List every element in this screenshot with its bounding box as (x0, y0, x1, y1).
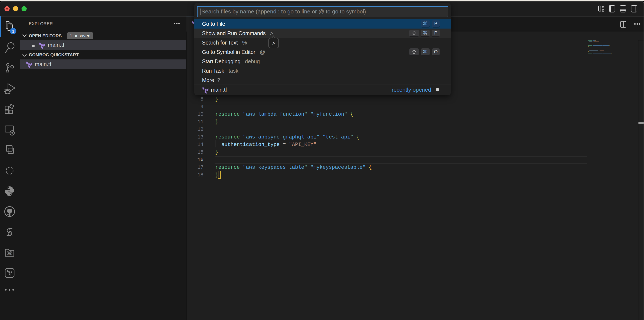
svg-text:M: M (9, 253, 10, 255)
svg-text:1: 1 (12, 29, 14, 34)
